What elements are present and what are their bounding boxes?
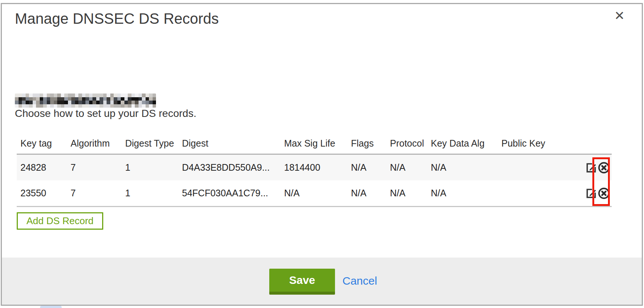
redacted-pixel — [57, 104, 61, 108]
redacted-pixel — [124, 101, 128, 104]
redacted-pixel — [110, 104, 114, 108]
redacted-pixel — [124, 104, 128, 108]
add-ds-record-button[interactable]: Add DS Record — [17, 212, 103, 230]
cell-key-data-alg: N/A — [431, 188, 501, 199]
redacted-pixel — [114, 94, 117, 97]
cell-key-tag: 24828 — [20, 162, 71, 173]
redacted-pixel — [146, 104, 149, 108]
redacted-pixel — [107, 104, 110, 108]
redacted-pixel — [19, 97, 22, 101]
redacted-pixel — [43, 94, 47, 97]
cell-key-tag: 23550 — [20, 188, 71, 199]
redacted-pixel — [107, 94, 110, 97]
redacted-pixel — [92, 94, 96, 97]
redacted-pixel — [26, 104, 29, 108]
column-header-key-data-alg: Key Data Alg — [431, 138, 501, 149]
redacted-pixel — [135, 104, 139, 108]
redacted-pixel — [64, 94, 68, 97]
redacted-pixel — [75, 94, 79, 97]
edit-record-icon[interactable] — [585, 161, 598, 174]
delete-record-icon[interactable] — [598, 187, 610, 200]
redacted-pixel — [89, 97, 93, 101]
redacted-pixel — [121, 97, 124, 101]
redacted-pixel — [19, 101, 22, 104]
redacted-pixel — [57, 97, 61, 101]
redacted-pixel — [96, 101, 100, 104]
redacted-pixel — [82, 104, 86, 108]
redacted-pixel — [139, 101, 142, 104]
column-header-protocol: Protocol — [390, 138, 431, 149]
redacted-pixel — [22, 97, 26, 101]
redacted-pixel — [54, 97, 58, 101]
cell-algorithm: 7 — [71, 188, 125, 199]
redacted-pixel — [43, 97, 47, 101]
redacted-pixel — [78, 104, 82, 108]
redacted-pixel — [29, 97, 33, 101]
column-header-max-sig-life: Max Sig Life — [284, 138, 351, 149]
redacted-pixel — [117, 101, 121, 104]
cancel-link[interactable]: Cancel — [342, 275, 377, 287]
redacted-domain-name — [15, 94, 156, 108]
redacted-pixel — [96, 104, 100, 108]
redacted-pixel — [40, 101, 43, 104]
redacted-pixel — [124, 97, 128, 101]
redacted-pixel — [128, 101, 131, 104]
redacted-pixel — [75, 97, 79, 101]
redacted-pixel — [107, 97, 110, 101]
redacted-pixel — [121, 101, 124, 104]
modal-page: Manage DNSSEC DS Records ✕ Choose how to… — [0, 0, 644, 308]
redacted-pixel — [61, 94, 65, 97]
cell-digest: 54FCF030AA1C79... — [182, 188, 284, 199]
cell-key-data-alg: N/A — [431, 162, 501, 173]
redacted-pixel — [29, 101, 33, 104]
redacted-pixel — [22, 104, 26, 108]
redacted-pixel — [57, 101, 61, 104]
redacted-pixel — [96, 97, 100, 101]
redacted-pixel — [131, 101, 135, 104]
redacted-pixel — [15, 97, 19, 101]
redacted-pixel — [89, 94, 93, 97]
redacted-pixel — [103, 104, 107, 108]
cell-digest-type: 1 — [125, 188, 182, 199]
redacted-pixel — [78, 97, 82, 101]
edit-record-icon[interactable] — [585, 187, 598, 200]
redacted-pixel — [131, 94, 135, 97]
save-button[interactable]: Save — [269, 269, 335, 295]
redacted-pixel — [33, 97, 36, 101]
redacted-pixel — [149, 101, 153, 104]
redacted-pixel — [149, 104, 153, 108]
redacted-pixel — [36, 94, 40, 97]
redacted-pixel — [85, 101, 89, 104]
cell-algorithm: 7 — [71, 162, 125, 173]
cell-digest: D4A33E8DD550A9... — [182, 162, 284, 173]
cell-protocol: N/A — [390, 162, 431, 173]
redacted-pixel — [68, 104, 72, 108]
delete-record-icon[interactable] — [598, 161, 610, 174]
redacted-pixel — [15, 104, 19, 108]
redacted-pixel — [139, 104, 142, 108]
column-header-digest: Digest — [182, 138, 284, 149]
redacted-pixel — [40, 97, 43, 101]
redacted-pixel — [29, 104, 33, 108]
redacted-pixel — [54, 94, 58, 97]
redacted-pixel — [19, 94, 22, 97]
redacted-pixel — [47, 94, 51, 97]
redacted-pixel — [89, 101, 93, 104]
redacted-pixel — [153, 97, 156, 101]
redacted-pixel — [117, 97, 121, 101]
redacted-pixel — [82, 97, 86, 101]
redacted-pixel — [50, 97, 54, 101]
redacted-pixel — [128, 104, 131, 108]
redacted-pixel — [103, 97, 107, 101]
redacted-pixel — [33, 104, 36, 108]
column-header-flags: Flags — [351, 138, 390, 149]
close-icon[interactable]: ✕ — [611, 7, 628, 24]
redacted-pixel — [142, 101, 146, 104]
redacted-pixel — [117, 104, 121, 108]
redacted-pixel — [110, 94, 114, 97]
redacted-pixel — [121, 104, 124, 108]
redacted-pixel — [54, 104, 58, 108]
column-header-digest-type: Digest Type — [125, 138, 182, 149]
redacted-pixel — [29, 94, 33, 97]
cell-protocol: N/A — [390, 188, 431, 199]
